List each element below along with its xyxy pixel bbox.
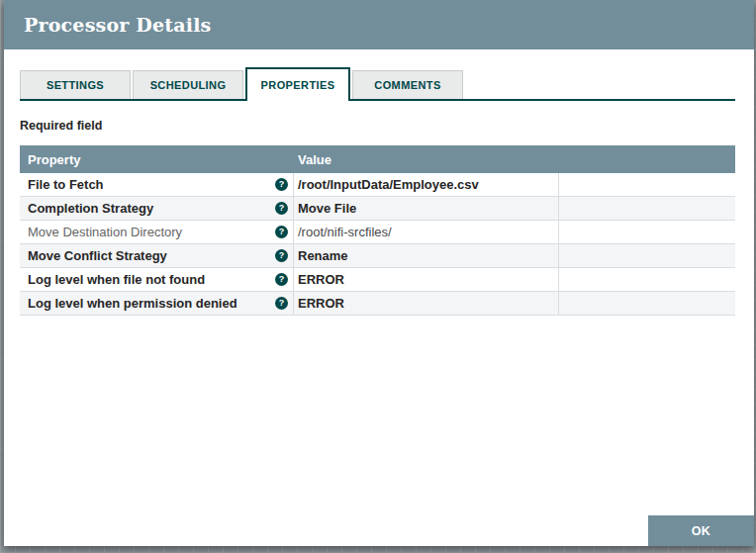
- property-name-cell: Log level when permission denied?: [20, 292, 294, 315]
- ok-button[interactable]: OK: [648, 515, 754, 546]
- empty-cell: [559, 197, 735, 220]
- dialog-body: SETTINGS SCHEDULING PROPERTIES COMMENTS …: [4, 67, 754, 316]
- tab-settings[interactable]: SETTINGS: [20, 70, 131, 99]
- empty-cell: [559, 292, 735, 315]
- column-header-value: Value: [294, 152, 559, 167]
- properties-table: Property Value File to Fetch?/root/Input…: [20, 145, 735, 316]
- property-name-cell: Completion Strategy?: [20, 197, 294, 220]
- help-icon[interactable]: ?: [275, 178, 288, 191]
- help-icon[interactable]: ?: [275, 297, 288, 310]
- empty-cell: [559, 268, 735, 291]
- column-header-property: Property: [20, 152, 294, 167]
- table-row: Move Conflict Strategy?Rename: [20, 244, 735, 268]
- property-name: Log level when permission denied: [28, 296, 237, 311]
- table-row: Completion Strategy?Move File: [20, 197, 735, 221]
- table-row: Move Destination Directory?/root/nifi-sr…: [20, 221, 735, 244]
- required-field-label: Required field: [20, 119, 735, 133]
- tab-comments[interactable]: COMMENTS: [352, 70, 463, 99]
- property-name: File to Fetch: [28, 177, 104, 192]
- property-name: Completion Strategy: [28, 201, 153, 216]
- properties-table-header: Property Value: [20, 145, 735, 173]
- property-value: ERROR: [294, 292, 559, 315]
- help-icon[interactable]: ?: [275, 202, 288, 215]
- property-name: Move Conflict Strategy: [28, 248, 167, 263]
- table-row: File to Fetch?/root/InputData/Employee.c…: [20, 173, 735, 197]
- tab-properties[interactable]: PROPERTIES: [245, 67, 350, 101]
- property-value: Rename: [294, 244, 559, 267]
- property-name-cell: Log level when file not found?: [20, 268, 294, 291]
- property-value: Move File: [294, 197, 559, 220]
- property-name-cell: Move Conflict Strategy?: [20, 244, 294, 267]
- property-name: Move Destination Directory: [28, 225, 182, 239]
- help-icon[interactable]: ?: [275, 273, 288, 286]
- empty-cell: [559, 221, 735, 243]
- tab-bar: SETTINGS SCHEDULING PROPERTIES COMMENTS: [20, 67, 735, 101]
- property-name-cell: File to Fetch?: [20, 173, 294, 196]
- help-icon[interactable]: ?: [275, 249, 288, 262]
- property-value: ERROR: [294, 268, 559, 291]
- property-value: /root/nifi-srcfiles/: [294, 221, 559, 243]
- table-row: Log level when file not found?ERROR: [20, 268, 735, 292]
- empty-cell: [559, 173, 735, 196]
- dialog-header: Processor Details: [4, 0, 754, 49]
- tab-scheduling[interactable]: SCHEDULING: [133, 70, 243, 99]
- properties-table-body: File to Fetch?/root/InputData/Employee.c…: [20, 173, 735, 316]
- dialog-title: Processor Details: [24, 14, 212, 36]
- table-row: Log level when permission denied?ERROR: [20, 292, 735, 316]
- processor-details-dialog: Processor Details SETTINGS SCHEDULING PR…: [4, 0, 754, 546]
- property-name: Log level when file not found: [28, 272, 205, 287]
- property-name-cell: Move Destination Directory?: [20, 221, 294, 243]
- help-icon[interactable]: ?: [275, 226, 288, 238]
- empty-cell: [559, 244, 735, 267]
- property-value: /root/InputData/Employee.csv: [294, 173, 559, 196]
